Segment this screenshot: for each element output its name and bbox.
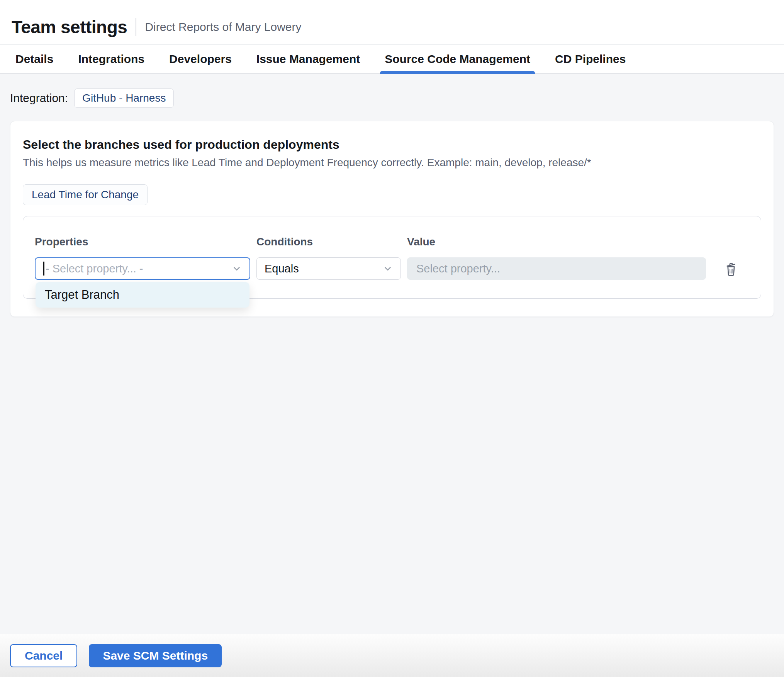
property-select-placeholder: - Select property... - bbox=[46, 262, 232, 275]
card-description: This helps us measure metrics like Lead … bbox=[23, 156, 761, 169]
title-divider bbox=[136, 18, 136, 36]
cancel-button[interactable]: Cancel bbox=[10, 644, 77, 667]
properties-column-label: Properties bbox=[35, 236, 250, 248]
scm-settings-card: Select the branches used for production … bbox=[10, 121, 774, 317]
chevron-down-icon bbox=[232, 264, 242, 274]
rule-panel: Properties Conditions Value - Select pro… bbox=[23, 216, 761, 299]
page-title: Team settings bbox=[12, 17, 127, 37]
tab-bar: Details Integrations Developers Issue Ma… bbox=[0, 44, 784, 74]
delete-rule-button[interactable] bbox=[721, 258, 740, 279]
trash-icon bbox=[723, 260, 738, 277]
tab-integrations[interactable]: Integrations bbox=[78, 45, 144, 73]
dropdown-option-target-branch[interactable]: Target Branch bbox=[36, 282, 249, 308]
integration-chip[interactable]: GitHub - Harness bbox=[74, 88, 174, 108]
property-dropdown: Target Branch bbox=[36, 282, 249, 308]
card-heading: Select the branches used for production … bbox=[23, 138, 761, 152]
action-footer: Cancel Save SCM Settings bbox=[0, 634, 784, 677]
integration-label: Integration: bbox=[10, 92, 68, 105]
condition-select-value: Equals bbox=[265, 262, 383, 275]
lead-time-for-change-tag[interactable]: Lead Time for Change bbox=[23, 184, 148, 205]
value-input[interactable] bbox=[407, 257, 706, 280]
tab-developers[interactable]: Developers bbox=[169, 45, 232, 73]
page-subtitle: Direct Reports of Mary Lowery bbox=[145, 20, 301, 34]
tab-source-code-management[interactable]: Source Code Management bbox=[385, 45, 530, 73]
main-content: Integration: GitHub - Harness Select the… bbox=[0, 74, 784, 634]
text-caret bbox=[43, 262, 44, 276]
property-select[interactable]: - Select property... - Target Branch bbox=[35, 257, 250, 280]
tab-issue-management[interactable]: Issue Management bbox=[256, 45, 360, 73]
value-column-label: Value bbox=[407, 236, 706, 248]
integration-row: Integration: GitHub - Harness bbox=[10, 88, 774, 108]
tab-details[interactable]: Details bbox=[15, 45, 53, 73]
page-header: Team settings Direct Reports of Mary Low… bbox=[0, 0, 784, 44]
save-scm-settings-button[interactable]: Save SCM Settings bbox=[89, 644, 222, 667]
tab-cd-pipelines[interactable]: CD Pipelines bbox=[555, 45, 626, 73]
conditions-column-label: Conditions bbox=[256, 236, 401, 248]
chevron-down-icon bbox=[383, 264, 393, 274]
condition-select[interactable]: Equals bbox=[256, 257, 401, 280]
